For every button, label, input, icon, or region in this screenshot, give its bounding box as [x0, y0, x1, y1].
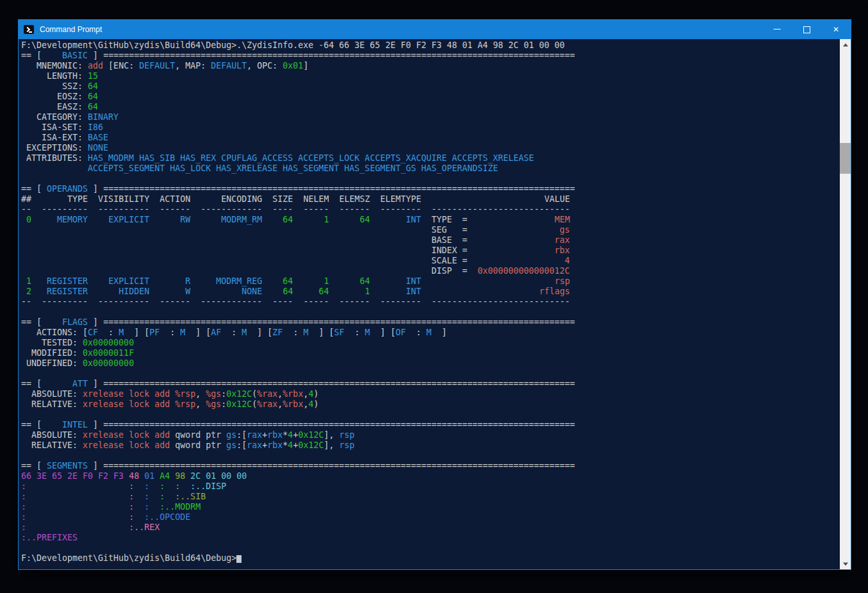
terminal-line: ISA-SET: I86 [21, 122, 840, 133]
text-run [149, 276, 185, 286]
text-run: SEG = [431, 225, 467, 235]
text-run: EXPLICIT [108, 215, 149, 224]
text-run [190, 215, 221, 224]
text-run: 0 [21, 215, 31, 224]
text-run [262, 194, 272, 204]
terminal-line: -- --------- ---------- ------ ---------… [21, 297, 840, 307]
text-run: ---- [272, 297, 293, 306]
text-run [26, 522, 129, 532]
text-run: ========================================… [103, 461, 575, 471]
text-run [26, 492, 129, 501]
window-controls: — ✕ [762, 20, 851, 39]
text-run [467, 225, 559, 235]
text-run: 0x000000000000012C [478, 266, 570, 276]
terminal-line: 66 3E 65 2E F0 F2 F3 48 01 A4 98 2C 01 0… [21, 471, 840, 481]
scroll-down-icon [843, 562, 848, 565]
text-run: M [427, 328, 432, 337]
terminal-output[interactable]: F:\Development\GitHub\zydis\Build64\Debu… [19, 39, 840, 569]
text-run: ABSOLUTE: [21, 389, 83, 399]
text-run: MODIFIED: [21, 348, 83, 358]
close-icon: ✕ [833, 26, 839, 33]
text-run: RELATIVE: [21, 440, 83, 450]
text-run: %gs [206, 389, 221, 399]
text-run [329, 287, 364, 296]
text-run: 0x00000000 [83, 338, 134, 347]
text-run [293, 287, 318, 296]
text-run: rbx [555, 246, 570, 255]
text-run: == [ [21, 379, 42, 388]
text-run [31, 276, 47, 286]
text-run: 1 [21, 276, 31, 286]
text-run: MEMORY [57, 215, 88, 224]
text-run: 2C 01 00 00 [190, 471, 247, 481]
text-run: 0x12C [226, 399, 252, 409]
text-run: EOSZ: [21, 92, 88, 101]
text-run: : [160, 481, 165, 491]
text-run [88, 205, 98, 214]
text-run: ZF [272, 328, 283, 337]
text-run [165, 492, 175, 501]
text-run: ) [313, 399, 318, 409]
text-run: SEGMENTS [42, 461, 88, 471]
text-run: :..PREFIXES [21, 533, 78, 542]
text-run: --------------------------- [432, 297, 570, 306]
text-run [293, 194, 303, 204]
terminal-line [21, 451, 840, 461]
text-run: VALUE [545, 194, 570, 204]
text-run: CATEGORY: [21, 112, 88, 122]
text-run [26, 512, 129, 522]
text-run: :[ [236, 430, 247, 440]
text-run: ABSOLUTE: [21, 430, 83, 440]
terminal-line: == [ BASIC ] ===========================… [21, 51, 840, 61]
text-run: ] [ [124, 328, 149, 337]
scrollbar-vertical[interactable] [840, 39, 851, 569]
text-run: rax [247, 440, 262, 450]
scrollbar-up-button[interactable] [840, 39, 851, 50]
close-button[interactable]: ✕ [821, 20, 851, 39]
text-run [21, 246, 431, 255]
minimize-button[interactable]: — [762, 20, 792, 39]
text-run: UNDEFINED: [21, 358, 83, 368]
scroll-up-icon [843, 43, 848, 46]
text-run [149, 287, 185, 296]
text-run [149, 502, 160, 512]
text-run: ] [88, 317, 103, 327]
text-run [422, 205, 432, 214]
maximize-icon [803, 26, 810, 33]
maximize-button[interactable] [792, 20, 821, 39]
text-run: rbx [267, 430, 283, 440]
text-run: ] [88, 379, 103, 388]
scrollbar-track[interactable] [840, 50, 851, 558]
text-run: add [88, 61, 103, 71]
text-run [190, 205, 201, 214]
text-run: OPERANDS [42, 184, 88, 194]
text-run: MODRM_REG [216, 276, 262, 286]
text-run [422, 276, 555, 286]
terminal-line: ATTRIBUTES: HAS_MODRM HAS_SIB HAS_REX CP… [21, 153, 840, 163]
text-run [149, 215, 180, 224]
text-run: MEM [555, 215, 570, 224]
scrollbar-down-button[interactable] [840, 558, 851, 569]
text-run [149, 492, 160, 501]
text-run: ] [88, 461, 103, 471]
text-run: -------- [381, 297, 422, 306]
text-run: : [129, 512, 134, 522]
text-run: ] [ [308, 328, 334, 337]
text-run [422, 194, 545, 204]
text-run [134, 512, 144, 522]
text-run: AF [211, 328, 221, 337]
text-run [88, 215, 108, 224]
text-run: M [119, 328, 124, 337]
text-run: F:\Development\GitHub\zydis\Build64\Debu… [21, 553, 236, 563]
text-run [370, 194, 380, 204]
title-bar[interactable]: Command Prompt — ✕ [19, 20, 851, 39]
text-run: : [344, 328, 364, 337]
text-run [370, 215, 406, 224]
text-run: ========================================… [103, 379, 575, 388]
text-run [293, 215, 323, 224]
scrollbar-thumb[interactable] [840, 143, 851, 174]
text-run: ATTRIBUTES: [21, 153, 88, 163]
terminal-line: 2 REGISTER HIDDEN W NONE 64 64 1 INT rfl… [21, 287, 840, 297]
text-run: ---- [272, 205, 293, 214]
text-run [180, 481, 190, 491]
